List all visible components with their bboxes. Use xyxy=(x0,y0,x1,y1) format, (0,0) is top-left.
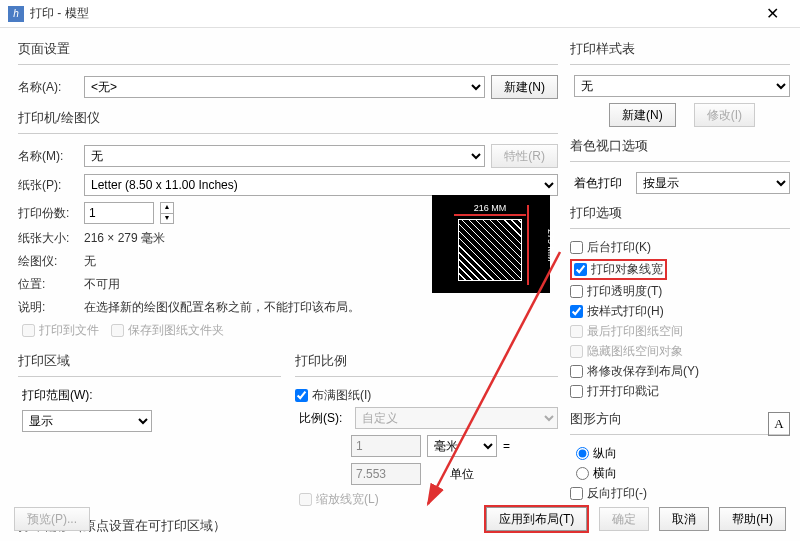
by-style-checkbox[interactable] xyxy=(570,305,583,318)
orientation-icon: A xyxy=(768,412,790,436)
transparency-checkbox[interactable] xyxy=(570,285,583,298)
position-label: 位置: xyxy=(18,276,78,293)
stamp-label: 打开打印戳记 xyxy=(587,383,659,400)
save-to-folder-checkbox xyxy=(111,324,124,337)
last-paperspace-label: 最后打印图纸空间 xyxy=(587,323,683,340)
equals-label: = xyxy=(503,439,510,453)
range-select[interactable]: 显示 xyxy=(22,410,152,432)
footer-buttons: 预览(P)... 应用到布局(T) 确定 取消 帮助(H) xyxy=(0,505,800,533)
paper-select[interactable]: Letter (8.50 x 11.00 Inches) xyxy=(84,174,558,196)
copies-spinner[interactable]: ▲▼ xyxy=(160,202,174,224)
page-setup-header: 页面设置 xyxy=(18,40,558,58)
style-edit-button: 修改(I) xyxy=(694,103,755,127)
close-button[interactable]: ✕ xyxy=(752,4,792,23)
print-scale-group: 打印比例 布满图纸(I) 比例(S):自定义 毫米= 单位 缩放线宽(L) xyxy=(295,352,558,511)
preview-height-label: 279 MM xyxy=(546,205,556,285)
range-label: 打印范围(W): xyxy=(22,387,93,404)
bg-print-label: 后台打印(K) xyxy=(587,239,651,256)
desc-label: 说明: xyxy=(18,299,78,316)
help-button[interactable]: 帮助(H) xyxy=(719,507,786,531)
app-icon: h xyxy=(8,6,24,22)
printer-name-label: 名称(M): xyxy=(18,148,78,165)
fit-to-paper-label: 布满图纸(I) xyxy=(312,387,371,404)
hide-paperspace-checkbox xyxy=(570,345,583,358)
scale-unit-select[interactable]: 毫米 xyxy=(427,435,497,457)
page-setup-new-button[interactable]: 新建(N) xyxy=(491,75,558,99)
page-setup-group: 页面设置 名称(A): <无> 新建(N) xyxy=(18,40,558,99)
style-new-button[interactable]: 新建(N) xyxy=(609,103,676,127)
portrait-label: 纵向 xyxy=(593,445,617,462)
by-style-label: 按样式打印(H) xyxy=(587,303,664,320)
scale-num-input xyxy=(351,435,421,457)
ratio-label: 比例(S): xyxy=(299,410,349,427)
unit-label: 单位 xyxy=(427,466,497,483)
cancel-button[interactable]: 取消 xyxy=(659,507,709,531)
shade-select[interactable]: 按显示 xyxy=(636,172,790,194)
page-setup-name-select[interactable]: <无> xyxy=(84,76,485,98)
plotter-label: 绘图仪: xyxy=(18,253,78,270)
viewport-group: 着色视口选项 着色打印按显示 xyxy=(570,137,790,194)
ratio-select: 自定义 xyxy=(355,407,558,429)
transparency-label: 打印透明度(T) xyxy=(587,283,662,300)
styles-group: 打印样式表 无 新建(N) 修改(I) xyxy=(570,40,790,127)
lineweight-label: 打印对象线宽 xyxy=(591,261,663,278)
reverse-label: 反向打印(-) xyxy=(587,485,647,502)
landscape-radio[interactable] xyxy=(576,467,589,480)
printer-name-select[interactable]: 无 xyxy=(84,145,485,167)
paper-label: 纸张(P): xyxy=(18,177,78,194)
portrait-radio[interactable] xyxy=(576,447,589,460)
styles-header: 打印样式表 xyxy=(570,40,790,58)
desc-value: 在选择新的绘图仪配置名称之前，不能打印该布局。 xyxy=(84,299,558,316)
print-area-group: 打印区域 打印范围(W): 显示 xyxy=(18,352,281,511)
paper-size-value: 216 × 279 毫米 xyxy=(84,230,165,247)
style-table-select[interactable]: 无 xyxy=(574,75,790,97)
area-header: 打印区域 xyxy=(18,352,281,370)
preview-width-label: 216 MM xyxy=(454,203,526,213)
copies-label: 打印份数: xyxy=(18,205,78,222)
bg-print-checkbox[interactable] xyxy=(570,241,583,254)
hide-paperspace-label: 隐藏图纸空间对象 xyxy=(587,343,683,360)
paper-preview: 216 MM 279 MM xyxy=(432,195,550,293)
lineweight-checkbox[interactable] xyxy=(574,263,587,276)
title-bar: h 打印 - 模型 ✕ xyxy=(0,0,800,28)
paper-size-label: 纸张大小: xyxy=(18,230,78,247)
apply-to-layout-button[interactable]: 应用到布局(T) xyxy=(486,507,587,531)
ok-button: 确定 xyxy=(599,507,649,531)
orient-header: 图形方向 xyxy=(570,410,790,428)
plotter-value: 无 xyxy=(84,253,96,270)
landscape-label: 横向 xyxy=(593,465,617,482)
save-layout-label: 将修改保存到布局(Y) xyxy=(587,363,699,380)
page-setup-name-label: 名称(A): xyxy=(18,79,78,96)
copies-input[interactable] xyxy=(84,202,154,224)
options-group: 打印选项 后台打印(K) 打印对象线宽 打印透明度(T) 按样式打印(H) 最后… xyxy=(570,204,790,400)
save-to-folder-label: 保存到图纸文件夹 xyxy=(128,322,224,339)
print-to-file-label: 打印到文件 xyxy=(39,322,99,339)
preview-button: 预览(P)... xyxy=(14,507,90,531)
vp-header: 着色视口选项 xyxy=(570,137,790,155)
reverse-checkbox[interactable] xyxy=(570,487,583,500)
scale-header: 打印比例 xyxy=(295,352,558,370)
shade-label: 着色打印 xyxy=(574,175,630,192)
stamp-checkbox[interactable] xyxy=(570,385,583,398)
position-value: 不可用 xyxy=(84,276,120,293)
last-paperspace-checkbox xyxy=(570,325,583,338)
printer-properties-button: 特性(R) xyxy=(491,144,558,168)
printer-header: 打印机/绘图仪 xyxy=(18,109,558,127)
options-header: 打印选项 xyxy=(570,204,790,222)
print-to-file-checkbox xyxy=(22,324,35,337)
scale-den-input xyxy=(351,463,421,485)
fit-to-paper-checkbox[interactable] xyxy=(295,389,308,402)
orientation-group: 图形方向 纵向 横向 反向打印(-) A xyxy=(570,410,790,502)
window-title: 打印 - 模型 xyxy=(30,5,752,22)
save-layout-checkbox[interactable] xyxy=(570,365,583,378)
